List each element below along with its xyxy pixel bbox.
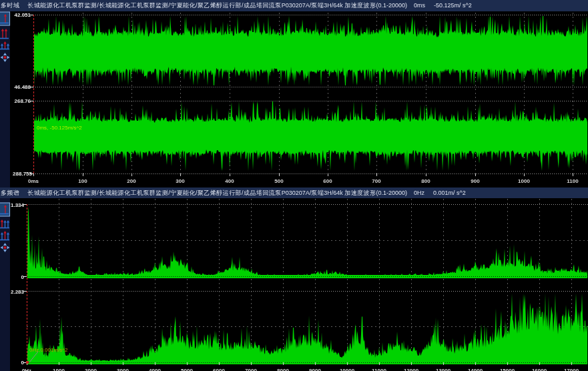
svg-text:300: 300: [176, 178, 185, 184]
svg-text:1.334: 1.334: [11, 202, 25, 208]
svg-text:5000: 5000: [181, 368, 193, 371]
svg-text:0ms: 0ms: [28, 178, 39, 184]
svg-text:2.283: 2.283: [11, 289, 25, 295]
svg-text:0: 0: [21, 360, 25, 366]
svg-text:1000: 1000: [518, 178, 530, 184]
svg-text:0: 0: [21, 274, 25, 280]
svg-text:4000: 4000: [149, 368, 161, 371]
svg-text:46.488: 46.488: [15, 84, 31, 90]
svg-text:6000: 6000: [213, 368, 225, 371]
svg-text:500: 500: [274, 178, 284, 184]
svg-text:11000: 11000: [372, 368, 386, 371]
svg-text:14000: 14000: [468, 368, 483, 371]
svg-text:42.051: 42.051: [15, 12, 31, 18]
svg-text:900: 900: [471, 178, 480, 184]
svg-text:17000: 17000: [564, 368, 579, 371]
svg-text:3000: 3000: [117, 368, 129, 371]
svg-text:1000: 1000: [53, 368, 65, 371]
svg-text:8000: 8000: [277, 368, 289, 371]
svg-text:800: 800: [421, 178, 430, 184]
svg-text:0Hz,0.001m/s^2: 0Hz,0.001m/s^2: [29, 347, 68, 353]
svg-text:268.76: 268.76: [15, 98, 31, 104]
svg-text:288.755: 288.755: [13, 171, 32, 177]
svg-text:13000: 13000: [436, 368, 451, 371]
svg-text:700: 700: [372, 178, 381, 184]
svg-text:15000: 15000: [500, 368, 515, 371]
svg-text:7000: 7000: [245, 368, 257, 371]
svg-text:200: 200: [127, 178, 136, 184]
svg-text:12000: 12000: [404, 368, 419, 371]
svg-text:10000: 10000: [340, 368, 355, 371]
svg-text:9000: 9000: [309, 368, 321, 371]
svg-text:2000: 2000: [85, 368, 97, 371]
svg-text:600: 600: [323, 178, 332, 184]
svg-text:400: 400: [225, 178, 234, 184]
svg-text:100: 100: [78, 178, 87, 184]
svg-text:0Hz: 0Hz: [22, 368, 31, 371]
svg-text:16000: 16000: [532, 368, 547, 371]
svg-text:1100: 1100: [567, 178, 579, 184]
svg-text:0ms, -50.125m/s^2: 0ms, -50.125m/s^2: [37, 125, 82, 131]
